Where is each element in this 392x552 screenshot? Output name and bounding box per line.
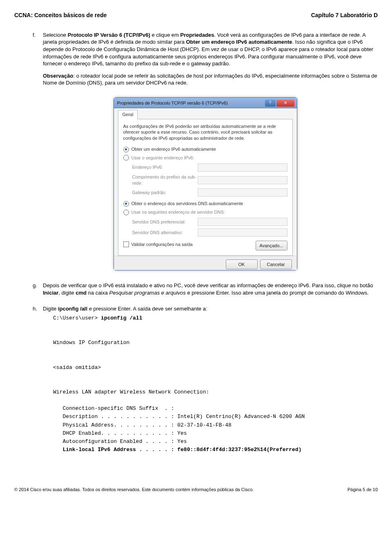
radio-label: Usar o seguinte endereço IPv6: <box>131 155 194 161</box>
dialog-description: As configurações de IPv6 poderão ser atr… <box>123 123 287 142</box>
console-line: Connection-specific DNS Suffix . : <box>53 405 174 411</box>
header-left: CCNA: Conceitos básicos de rede <box>14 11 107 19</box>
footer-page-number: Página 5 de 10 <box>347 487 378 493</box>
tab-strip: Geral <box>118 110 293 119</box>
radio-label: Obter um endereço IPv6 automaticamente <box>131 146 216 152</box>
radio-label: Usar os seguintes endereços de servidor … <box>131 209 225 215</box>
text-bold: cmd <box>76 290 87 296</box>
step-g: g. Depois de verificar que o IPv6 está i… <box>33 282 378 301</box>
radio-icon <box>123 201 129 207</box>
radio-auto-dns[interactable]: Obter o endereço dos servidores DNS auto… <box>123 201 287 207</box>
footer-copyright: © 2014 Cisco e/ou suas afiliadas. Todos … <box>14 487 254 493</box>
text: na caixa <box>87 290 109 296</box>
text-bold: Observação <box>43 73 73 79</box>
gateway-input[interactable] <box>198 188 287 197</box>
content-body: f. Selecione Protocolo IP Versão 6 (TCP/… <box>33 31 378 454</box>
step-marker: h. <box>33 305 43 454</box>
prefix-length-input[interactable] <box>198 176 287 184</box>
dns-alternate-input[interactable] <box>198 228 287 237</box>
ipv6-address-input[interactable] <box>198 163 287 172</box>
radio-auto-ip[interactable]: Obter um endereço IPv6 automaticamente <box>123 146 287 152</box>
page-header: CCNA: Conceitos básicos de rede Capítulo… <box>14 11 378 19</box>
text: e clique em <box>150 32 180 38</box>
console-line: Autoconfiguration Enabled . . . . : Yes <box>53 438 187 445</box>
close-icon[interactable]: ✕ <box>276 100 294 107</box>
dialog-titlebar: Propriedades de Protocolo TCP/IP versão … <box>114 98 297 108</box>
step-marker: f. <box>33 31 43 92</box>
text: e pressione Enter. A saída deve ser seme… <box>87 306 207 312</box>
console-line: fe80::8d4f:4f4d:3237:95e2%14(Preferred) <box>177 447 301 453</box>
step-f-note: Observação: o roteador local pode se ref… <box>43 72 378 87</box>
text: , digite <box>58 290 76 296</box>
console-line: <saída omitida> <box>53 364 101 371</box>
radio-label: Obter o endereço dos servidores DNS auto… <box>131 201 243 207</box>
radio-icon <box>123 210 129 215</box>
console-line: Windows IP Configuration <box>53 340 129 346</box>
text: : o roteador local pode se referir às so… <box>43 73 377 86</box>
field-gateway-label: Gateway padrão: <box>132 190 198 196</box>
dialog-screenshot: Propriedades de Protocolo TCP/IP versão … <box>33 97 378 270</box>
console-line: Link-local IPv6 Address . . . . . : <box>53 447 177 453</box>
tab-general[interactable]: Geral <box>118 110 138 119</box>
text-bold: ipconfig /all <box>58 306 87 312</box>
step-marker: g. <box>33 282 43 301</box>
step-f-p1: Selecione Protocolo IP Versão 6 (TCP/IPv… <box>43 31 378 67</box>
console-line: DHCP Enabled. . . . . . . . . . . : Yes <box>53 430 187 436</box>
tab-panel: As configurações de IPv6 poderão ser atr… <box>118 119 293 256</box>
text: e pressione Enter. Isso abre uma janela … <box>186 290 369 296</box>
ok-button[interactable]: OK <box>226 259 258 269</box>
console-line: Physical Address. . . . . . . . . : 02-3… <box>53 422 232 428</box>
text-italic: Pesquisar programas e arquivos <box>109 290 186 296</box>
validate-checkbox[interactable] <box>123 241 129 247</box>
console-prompt: C:\Users\user> <box>53 315 101 321</box>
header-right: Capítulo 7 Laboratório D <box>311 11 378 19</box>
cancel-button[interactable]: Cancelar <box>260 259 292 269</box>
console-output: C:\Users\user> ipconfig /all Windows IP … <box>53 314 378 454</box>
help-icon[interactable]: ? <box>265 100 276 107</box>
radio-manual-ip[interactable]: Usar o seguinte endereço IPv6: <box>123 155 287 161</box>
step-f: f. Selecione Protocolo IP Versão 6 (TCP/… <box>33 31 378 92</box>
ipv6-properties-dialog: Propriedades de Protocolo TCP/IP versão … <box>114 97 297 270</box>
dialog-title: Propriedades de Protocolo TCP/IP versão … <box>117 100 264 106</box>
field-dns-pref-label: Servidor DNS preferencial: <box>132 219 198 225</box>
text: Selecione <box>43 32 68 38</box>
console-command: ipconfig /all <box>101 315 142 321</box>
field-address-label: Endereço IPv6: <box>132 164 198 170</box>
page-footer: © 2014 Cisco e/ou suas afiliadas. Todos … <box>14 487 378 493</box>
field-dns-alt-label: Servidor DNS alternativo: <box>132 230 198 236</box>
console-line: Description . . . . . . . . . . . : Inte… <box>53 413 305 420</box>
text-bold: Obter um endereço IPv6 automaticamente <box>186 39 292 45</box>
text-bold: Protocolo IP Versão 6 (TCP/IPv6) <box>68 32 150 38</box>
text-bold: Propriedades <box>180 32 214 38</box>
console-line: Wireless LAN adapter Wireless Network Co… <box>53 389 209 395</box>
radio-icon <box>123 155 129 161</box>
checkbox-label: Validar configurações na saída <box>131 241 193 248</box>
radio-manual-dns[interactable]: Usar os seguintes endereços de servidor … <box>123 209 287 215</box>
field-prefix-label: Comprimento do prefixo da sub-rede: <box>132 174 198 186</box>
step-h: h. Digite ipconfig /all e pressione Ente… <box>33 305 378 454</box>
dns-preferred-input[interactable] <box>198 218 287 226</box>
advanced-button[interactable]: Avançado... <box>256 241 287 250</box>
text: Depois de verificar que o IPv6 está inst… <box>43 282 373 288</box>
radio-icon <box>123 147 129 152</box>
text-bold: Iniciar <box>43 290 58 296</box>
text: Digite <box>43 306 58 312</box>
